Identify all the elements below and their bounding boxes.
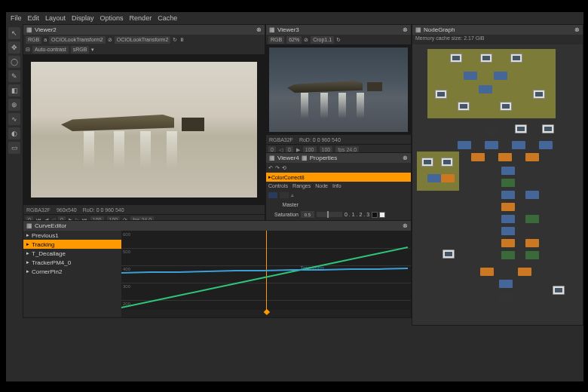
close-icon[interactable]: ⊗ <box>403 26 408 33</box>
refresh-icon[interactable]: ↻ <box>173 37 177 43</box>
node-header[interactable]: ▸ ColorCorrect8 <box>266 173 411 182</box>
gain-icon[interactable]: ⊟ <box>26 47 30 53</box>
tab-ranges[interactable]: Ranges <box>292 183 311 188</box>
menu-render[interactable]: Render <box>130 14 152 22</box>
clone-tool-icon[interactable]: ⊕ <box>8 99 20 111</box>
merge-node[interactable] <box>494 72 507 80</box>
midtone-swatch[interactable] <box>280 192 289 198</box>
merge-node[interactable] <box>427 174 441 182</box>
dot-node[interactable] <box>485 127 498 136</box>
close-icon[interactable]: ⊗ <box>256 26 262 33</box>
viewer-node[interactable] <box>499 293 513 302</box>
color-node[interactable] <box>471 153 485 161</box>
curve-item[interactable]: CornerPin2 <box>23 267 121 276</box>
merge-node[interactable] <box>539 141 553 149</box>
curve-item[interactable]: Tracking <box>23 240 121 249</box>
ocio-transform-a[interactable]: OCIOLookTransform2 <box>49 36 106 44</box>
merge-node[interactable] <box>501 227 515 235</box>
restore-icon[interactable]: ⟲ <box>282 165 286 171</box>
tab-info[interactable]: Info <box>332 183 341 188</box>
read-node[interactable] <box>533 90 545 99</box>
menu-layout[interactable]: Layout <box>45 14 66 22</box>
transform-node[interactable] <box>501 179 515 187</box>
merge-node[interactable] <box>525 191 539 199</box>
color-node[interactable] <box>501 203 515 211</box>
color-node[interactable] <box>480 268 494 276</box>
dodge-tool-icon[interactable]: ◐ <box>8 127 20 139</box>
undo-icon[interactable]: ↶ <box>268 165 273 171</box>
zoom-field[interactable]: 62% <box>286 36 302 44</box>
read-node[interactable] <box>435 90 447 99</box>
curveeditor-tab[interactable]: ▦ CurveEditor ⊗ <box>23 221 411 231</box>
merge-node[interactable] <box>501 167 515 175</box>
read-node[interactable] <box>421 158 433 167</box>
colorspace-select[interactable]: sRGB <box>71 46 90 54</box>
nodegraph-canvas[interactable] <box>412 44 583 325</box>
merge-node[interactable] <box>485 141 498 149</box>
merge-node[interactable] <box>512 141 525 149</box>
color-node[interactable] <box>518 268 531 276</box>
close-icon[interactable]: ⊗ <box>574 26 580 33</box>
move-tool-icon[interactable]: ✥ <box>8 41 20 54</box>
chevron-down-icon[interactable]: ▾ <box>91 47 94 53</box>
menu-file[interactable]: File <box>11 14 22 22</box>
layer-select[interactable]: RGB <box>268 36 284 44</box>
playhead-marker-icon[interactable] <box>264 309 270 315</box>
curve-item[interactable]: TrackerPM4_0 <box>23 258 121 267</box>
transform-node[interactable] <box>525 215 539 223</box>
color-node[interactable] <box>498 153 512 161</box>
read-node[interactable] <box>480 54 492 63</box>
roto-tool-icon[interactable]: ◯ <box>8 56 20 68</box>
eraser-tool-icon[interactable]: ◧ <box>8 84 20 96</box>
menu-edit[interactable]: Edit <box>28 14 40 22</box>
input-select[interactable]: Crop1.1 <box>311 36 334 44</box>
read-node[interactable] <box>500 102 512 111</box>
brush-tool-icon[interactable]: ✎ <box>8 70 20 82</box>
color-node[interactable] <box>501 239 515 247</box>
merge-node[interactable] <box>464 72 477 80</box>
param-slider[interactable] <box>317 212 342 217</box>
menu-cache[interactable]: Cache <box>158 14 177 22</box>
pointer-tool-icon[interactable]: ↖ <box>8 27 20 39</box>
read-node[interactable] <box>515 124 527 133</box>
read-node[interactable] <box>441 158 453 167</box>
read-node[interactable] <box>458 102 470 111</box>
viewer3-viewport[interactable] <box>266 44 411 135</box>
ocio-transform-b[interactable]: OCIOLookTransform2 <box>115 36 171 44</box>
menu-display[interactable]: Display <box>72 14 94 22</box>
transform-node[interactable] <box>501 251 515 259</box>
merge-node[interactable] <box>458 141 471 149</box>
write-node[interactable] <box>553 286 565 295</box>
tab-node[interactable]: Node <box>315 183 328 188</box>
viewer2-tab[interactable]: ▦ Viewer2 ⊗ <box>23 25 265 35</box>
merge-node[interactable] <box>501 215 515 223</box>
viewer3-tab[interactable]: ▦ Viewer3 ⊗ <box>266 25 411 35</box>
tab-controls[interactable]: Controls <box>268 183 288 188</box>
smear-tool-icon[interactable]: ∿ <box>8 113 20 125</box>
transform-node[interactable] <box>525 251 539 259</box>
link-icon[interactable]: ⊘ <box>304 37 308 43</box>
viewer4-tab[interactable]: ▦ Viewer4 ▦ Properties ⊗ <box>266 153 411 163</box>
merge-node[interactable] <box>501 191 515 199</box>
close-icon[interactable]: ⊗ <box>403 155 408 161</box>
curve-item[interactable]: T_Decallage <box>23 249 121 258</box>
merge-node[interactable] <box>499 280 513 288</box>
menu-options[interactable]: Options <box>100 14 124 22</box>
read-node[interactable] <box>542 124 554 133</box>
curve-item[interactable]: Previous1 <box>23 231 121 240</box>
pause-icon[interactable]: ⏸ <box>179 37 185 42</box>
read-node[interactable] <box>510 54 522 63</box>
param-value[interactable]: 0.5 <box>301 211 314 218</box>
autocontrast-toggle[interactable]: Auto-contrast <box>32 46 69 54</box>
merge-node[interactable] <box>479 85 492 93</box>
color-node[interactable] <box>525 153 539 161</box>
alpha-icon[interactable]: a <box>44 37 47 42</box>
layer-select[interactable]: RGB <box>26 36 41 44</box>
close-icon[interactable]: ⊗ <box>403 222 408 229</box>
redo-icon[interactable]: ↷ <box>275 165 280 171</box>
expand-icon[interactable]: ▵ <box>291 192 294 198</box>
color-tool-icon[interactable]: ▭ <box>8 142 20 154</box>
color-node[interactable] <box>441 174 455 182</box>
color-node[interactable] <box>525 239 539 247</box>
highlight-swatch[interactable] <box>268 192 277 198</box>
